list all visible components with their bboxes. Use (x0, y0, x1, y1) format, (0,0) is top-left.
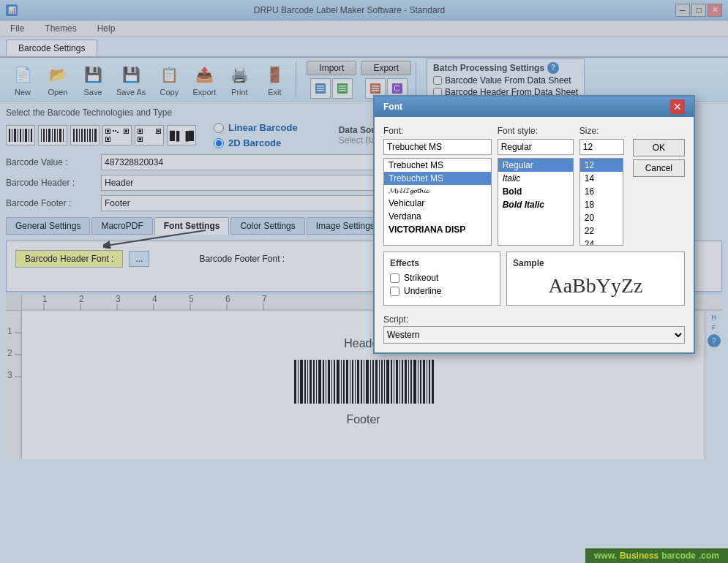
dialog-top-row: Font: Trebuchet MS Trebuchet MS 𝓜𝓼 𝓤𝓘𝓰𝓸𝓽… (383, 126, 685, 246)
underline-label: Underline (404, 286, 441, 296)
underline-row: Underline (390, 286, 494, 296)
font-item-symbols[interactable]: 𝓜𝓼 𝓤𝓘𝓰𝓸𝓽𝓱𝓲𝓬 (384, 185, 491, 197)
style-label: Font style: (498, 126, 574, 136)
font-col: Font: Trebuchet MS Trebuchet MS 𝓜𝓼 𝓤𝓘𝓰𝓸𝓽… (383, 126, 492, 246)
effects-title: Effects (390, 258, 494, 268)
dialog-title-text: Font (383, 102, 402, 112)
size-label: Size: (579, 126, 624, 136)
sample-title: Sample (513, 258, 678, 268)
style-item-bold[interactable]: Bold (498, 185, 573, 198)
dialog-buttons: OK Cancel (633, 139, 685, 177)
style-item-regular[interactable]: Regular (498, 159, 573, 172)
main-window: 📊 DRPU Barcode Label Maker Software - St… (0, 0, 728, 563)
sample-section: Sample AaBbYyZz (506, 252, 685, 306)
dialog-close-button[interactable]: ✕ (670, 99, 685, 114)
script-label: Script: (383, 314, 685, 325)
style-input[interactable] (498, 139, 574, 155)
style-col: Font style: Regular Italic Bold Bold Ita… (498, 126, 574, 246)
size-col: Size: 12 14 16 18 20 22 24 (579, 126, 624, 246)
script-section: Script: Western (383, 314, 685, 344)
style-item-italic[interactable]: Italic (498, 172, 573, 185)
cancel-button[interactable]: Cancel (633, 159, 685, 177)
dialog-title-bar: Font ✕ (375, 97, 694, 117)
script-select[interactable]: Western (383, 326, 685, 344)
size-item-20[interactable]: 20 (580, 211, 623, 224)
size-item-14[interactable]: 14 (580, 172, 623, 185)
font-dialog: Font ✕ Font: Trebuchet MS Trebuchet MS 𝓜… (373, 95, 695, 354)
strikeout-label: Strikeout (404, 273, 438, 283)
effects-section: Effects Strikeout Underline (383, 252, 500, 306)
font-item-trebuchetms-1[interactable]: Trebuchet MS (384, 159, 491, 172)
dialog-overlay: Font ✕ Font: Trebuchet MS Trebuchet MS 𝓜… (0, 0, 728, 563)
size-list[interactable]: 12 14 16 18 20 22 24 (579, 158, 623, 246)
font-list[interactable]: Trebuchet MS Trebuchet MS 𝓜𝓼 𝓤𝓘𝓰𝓸𝓽𝓱𝓲𝓬 Ve… (383, 158, 492, 246)
style-list[interactable]: Regular Italic Bold Bold Italic (498, 158, 574, 246)
strikeout-row: Strikeout (390, 273, 494, 283)
style-item-bold-italic[interactable]: Bold Italic (498, 198, 573, 211)
strikeout-checkbox[interactable] (390, 273, 399, 283)
font-item-verdana[interactable]: Verdana (384, 210, 491, 223)
font-label: Font: (383, 126, 492, 136)
size-item-22[interactable]: 22 (580, 224, 623, 238)
size-item-24[interactable]: 24 (580, 238, 623, 246)
underline-checkbox[interactable] (390, 287, 399, 296)
size-input[interactable] (579, 139, 624, 155)
size-item-12[interactable]: 12 (580, 159, 623, 172)
size-item-16[interactable]: 16 (580, 185, 623, 198)
sample-text: AaBbYyZz (513, 273, 678, 299)
font-item-victoriana[interactable]: VICTORIANA DISP (384, 223, 491, 236)
dialog-bottom-row: Effects Strikeout Underline Sample (383, 252, 685, 306)
size-item-18[interactable]: 18 (580, 198, 623, 211)
font-input[interactable] (383, 139, 492, 155)
dialog-content: Font: Trebuchet MS Trebuchet MS 𝓜𝓼 𝓤𝓘𝓰𝓸𝓽… (375, 117, 694, 352)
font-item-trebuchetms-2[interactable]: Trebuchet MS (384, 172, 491, 185)
ok-button[interactable]: OK (633, 139, 685, 156)
font-item-vehicular[interactable]: Vehicular (384, 197, 491, 210)
